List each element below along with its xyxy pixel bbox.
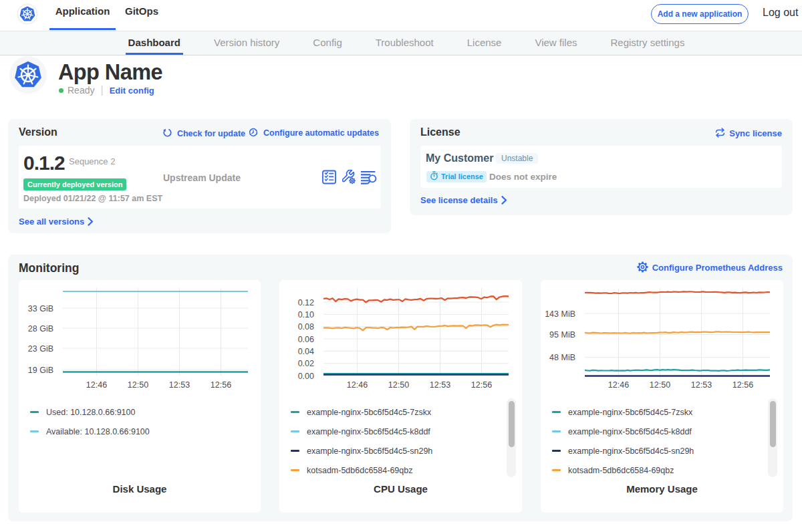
svg-text:12:53: 12:53 (691, 380, 712, 390)
svg-text:12:50: 12:50 (650, 380, 670, 390)
svg-text:12:56: 12:56 (732, 380, 753, 390)
svg-text:33 GiB: 33 GiB (28, 304, 53, 313)
svg-text:0.06: 0.06 (298, 335, 314, 344)
svg-text:95 MiB: 95 MiB (549, 330, 575, 340)
svg-text:12:53: 12:53 (430, 380, 450, 390)
svg-text:12:46: 12:46 (608, 380, 629, 390)
svg-text:143 MiB: 143 MiB (545, 309, 575, 319)
svg-text:48 MiB: 48 MiB (549, 353, 575, 362)
svg-text:19 GiB: 19 GiB (28, 366, 53, 375)
svg-text:0.04: 0.04 (298, 347, 314, 356)
svg-text:28 GiB: 28 GiB (28, 324, 53, 334)
svg-text:0.02: 0.02 (298, 359, 314, 368)
svg-text:0.00: 0.00 (298, 372, 314, 381)
svg-text:12:46: 12:46 (347, 380, 368, 390)
svg-text:0.12: 0.12 (298, 298, 314, 307)
svg-text:0.08: 0.08 (298, 322, 314, 331)
svg-text:23 GiB: 23 GiB (28, 344, 53, 354)
svg-text:0.10: 0.10 (298, 310, 314, 319)
svg-text:12:56: 12:56 (211, 380, 231, 390)
svg-text:12:50: 12:50 (388, 380, 409, 390)
svg-text:12:56: 12:56 (471, 380, 492, 390)
svg-text:12:50: 12:50 (128, 380, 148, 390)
svg-text:12:53: 12:53 (169, 380, 190, 390)
svg-text:12:46: 12:46 (86, 380, 107, 390)
